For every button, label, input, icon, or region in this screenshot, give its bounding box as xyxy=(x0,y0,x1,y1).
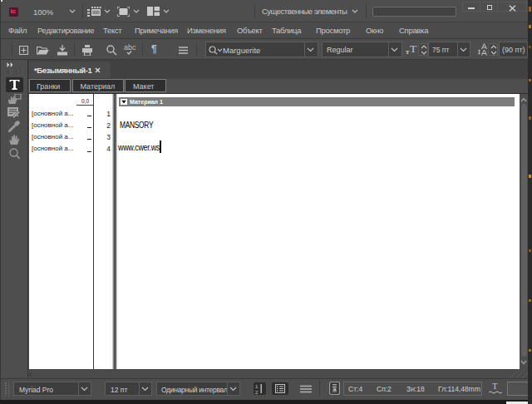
svg-text:2: 2 xyxy=(255,390,259,395)
svg-text:abc: abc xyxy=(124,43,136,52)
svg-text:1: 1 xyxy=(255,384,259,389)
